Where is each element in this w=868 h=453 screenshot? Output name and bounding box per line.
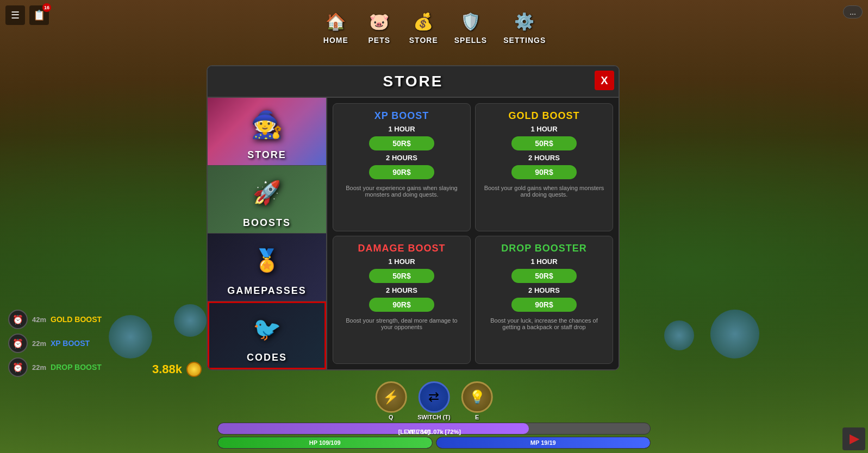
xp-boost-timer: 22m [32,339,46,348]
q-key-label: Q [389,414,394,420]
xp-boost-status-label: XP BOOST [51,339,90,348]
elite-icon: 🏅 [253,248,280,273]
watermark-icon: ▶ [850,432,859,446]
xp-boost-price1-btn[interactable]: 50R$ [369,136,434,150]
top-left-controls: ☰ 📋 16 [5,5,49,25]
xp-bar-fill [218,423,529,434]
modal-title: STORE [383,73,444,90]
nav-store-label: STORE [409,36,438,45]
nav-spells-label: SPELLS [454,36,487,45]
nav-spells[interactable]: 🛡️ SPELLS [454,8,487,45]
drop-booster-price2-btn[interactable]: 90R$ [511,298,577,312]
mp-bar-text: MP 19/19 [530,439,556,446]
notification-badge: 16 [42,3,51,12]
gold-boost-price2-btn[interactable]: 90R$ [511,165,577,179]
sidebar-gamepasses-label: GAMEPASSES [227,285,307,297]
switch-key-label: SWITCH (T) [417,414,450,420]
action-buttons: ⚡ Q ⇄ SWITCH (T) 💡 E [375,381,492,420]
close-button[interactable]: X [595,71,614,90]
hp-mp-row: HP 109/109 MP 19/19 [217,437,651,449]
settings-icon: ⚙️ [511,8,538,35]
boosts-item-bg: 🚀 BOOSTS [208,166,326,233]
xp-bar: XP 784/1.07k [72%][LEVEL 10] [217,423,651,435]
gold-boost-status: ⏰ 42m GOLD BOOST [8,310,102,329]
drop-booster-desc: Boost your luck, increase the chances of… [482,317,606,330]
store-item-bg: 🧙 STORE [208,98,326,165]
nav-pets[interactable]: 🐷 PETS [366,8,393,45]
damage-boost-duration2: 2 HOURS [386,286,417,294]
e-icon: 💡 [469,389,485,405]
gold-boost-duration1: 1 HOUR [530,125,557,133]
modal-body: 🧙 STORE 🚀 BOOSTS 🏅 [208,98,619,369]
wizard-icon: 🧙 [251,110,283,140]
nav-settings-label: SETTINGS [503,36,546,45]
orb-right [710,310,759,358]
gold-boost-duration2: 2 HOURS [528,154,560,162]
store-modal: STORE X 🧙 STORE 🚀 BOOSTS [207,65,620,370]
e-button-circle[interactable]: 💡 [461,381,493,413]
q-button-circle[interactable]: ⚡ [375,381,407,413]
mp-bar: MP 19/19 [436,437,651,449]
damage-boost-price1-btn[interactable]: 50R$ [369,269,434,283]
gold-display: 3.88k [152,362,202,377]
sidebar-store-label: STORE [247,149,286,161]
nav-store[interactable]: 💰 STORE [409,8,438,45]
drop-booster-title: DROP BOOSTER [501,243,587,254]
status-boosts-left: ⏰ 42m GOLD BOOST ⏰ 22m XP BOOST ⏰ 22m DR… [8,310,102,377]
drop-booster-card: DROP BOOSTER 1 HOUR 50R$ 2 HOURS 90R$ Bo… [475,236,613,364]
switch-icon: ⇄ [428,389,439,405]
sidebar-boosts-label: BOOSTS [243,217,291,229]
store-illustration: 🧙 [208,100,326,149]
damage-boost-title: DAMAGE BOOST [358,243,445,254]
xp-boost-duration1: 1 HOUR [388,125,415,133]
sidebar-item-codes[interactable]: 🐦 CODES [208,301,326,369]
gold-boost-card: GOLD BOOST 1 HOUR 50R$ 2 HOURS 90R$ Boos… [475,103,613,231]
quest-btn-wrap: 📋 16 [29,5,49,25]
sidebar-item-gamepasses[interactable]: 🏅 GAMEPASSES [208,234,326,301]
gold-boost-timer: 42m [32,316,46,324]
gold-boost-status-label: GOLD BOOST [51,315,102,324]
nav-home[interactable]: 🏠 HOME [322,8,349,45]
level-text: [LEVEL 10] [398,429,430,435]
action-btn-e[interactable]: 💡 E [461,381,493,420]
codes-item-bg: 🐦 CODES [209,303,324,368]
top-nav: 🏠 HOME 🐷 PETS 💰 STORE 🛡️ SPELLS ⚙️ SETTI… [0,0,868,49]
gold-amount: 3.88k [152,362,182,376]
gold-boost-desc: Boost your gold gains when slaying monst… [482,185,606,198]
drop-booster-duration2: 2 HOURS [528,286,560,294]
gold-boost-status-icon: ⏰ [8,310,28,329]
damage-boost-desc: Boost your strength, deal more damage to… [340,317,464,330]
drop-boost-status-label: DROP BOOST [51,363,102,372]
xp-boost-status: ⏰ 22m XP BOOST [8,334,102,353]
xp-boost-price2-btn[interactable]: 90R$ [369,165,434,179]
twitter-icon: 🐦 [253,316,281,342]
drop-boost-status-icon: ⏰ [8,357,28,377]
dots-button[interactable]: ... [843,5,863,18]
sidebar-item-store[interactable]: 🧙 STORE [208,98,326,166]
modal-sidebar: 🧙 STORE 🚀 BOOSTS 🏅 [208,98,327,369]
hp-bar: HP 109/109 [217,437,433,449]
switch-button-circle[interactable]: ⇄ [418,381,449,413]
drop-booster-duration1: 1 HOUR [530,257,557,266]
action-btn-q[interactable]: ⚡ Q [375,381,407,420]
e-key-label: E [475,414,479,420]
status-bars: XP 784/1.07k [72%][LEVEL 10] HP 109/109 … [217,423,651,453]
damage-boost-price2-btn[interactable]: 90R$ [369,298,434,312]
store-nav-icon: 💰 [410,8,437,35]
xp-boost-card: XP BOOST 1 HOUR 50R$ 2 HOURS 90R$ Boost … [333,103,471,231]
boosts-illustration: 🚀 [208,168,326,217]
gold-boost-price1-btn[interactable]: 50R$ [511,136,577,150]
nav-home-label: HOME [323,36,348,45]
gamepasses-illustration: 🏅 [208,236,326,285]
rocket-icon: 🚀 [253,179,281,206]
nav-pets-label: PETS [368,36,390,45]
boost-content-grid: XP BOOST 1 HOUR 50R$ 2 HOURS 90R$ Boost … [327,98,619,369]
sidebar-item-boosts[interactable]: 🚀 BOOSTS [208,166,326,234]
menu-button[interactable]: ☰ [5,5,25,25]
drop-booster-price1-btn[interactable]: 50R$ [511,269,577,283]
damage-boost-duration1: 1 HOUR [388,257,415,266]
orb-right2 [664,320,694,350]
menu-btn-wrap: ☰ [5,5,25,25]
nav-settings[interactable]: ⚙️ SETTINGS [503,8,546,45]
action-btn-switch[interactable]: ⇄ SWITCH (T) [417,381,450,420]
